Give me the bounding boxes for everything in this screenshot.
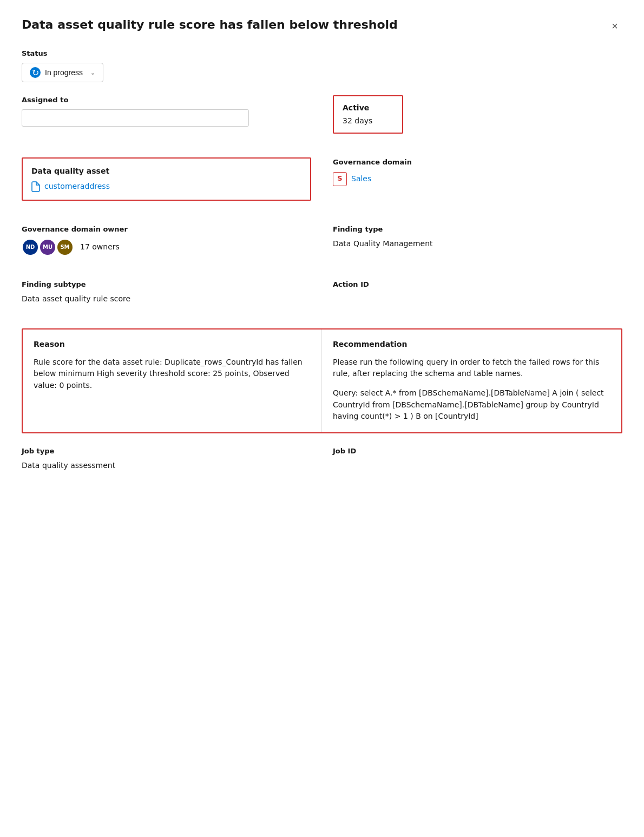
gov-owner-label: Governance domain owner [22,225,311,234]
job-type-group: Job type Data quality assessment [22,446,311,471]
avatar-sm: SM [56,239,74,256]
governance-domain-label: Governance domain [333,157,622,167]
dqa-link-text: customeraddress [44,181,110,192]
rec-text-p2: Query: select A.* from [DBSchemaName].[D… [333,387,610,423]
gov-badge: S [333,172,347,186]
dqa-link[interactable]: customeraddress [31,181,301,192]
finding-type-group: Finding type Data Quality Management [333,225,622,256]
gov-domain-value: S Sales [333,172,622,186]
status-refresh-icon: ↻ [30,67,41,78]
close-button[interactable]: × [607,18,622,34]
active-title: Active [343,103,393,114]
status-value: In progress [45,68,83,77]
action-id-group: Action ID [333,280,622,305]
dialog-container: Data asset quality rule score has fallen… [0,0,644,837]
active-box: Active 32 days [333,95,403,134]
reason-col: Reason Rule score for the data asset rul… [23,329,322,432]
avatar-mu: MU [39,239,56,256]
job-id-label: Job ID [333,446,622,456]
file-icon [31,181,40,192]
finding-subtype-group: Finding subtype Data asset quality rule … [22,280,311,305]
dialog-header: Data asset quality rule score has fallen… [22,17,622,34]
assigned-active-row: Assigned to Active 32 days [22,95,622,144]
finding-type-label: Finding type [333,225,622,234]
rec-text-p1: Please run the following query in order … [333,357,610,380]
recommendation-col: Recommendation Please run the following … [322,329,621,432]
finding-subtype-value: Data asset quality rule score [22,294,311,305]
reason-rec-box: Reason Rule score for the data asset rul… [22,328,622,433]
status-section: Status ↻ In progress ⌄ [22,49,622,82]
job-row: Job type Data quality assessment Job ID [22,446,622,482]
active-days: 32 days [343,116,393,127]
reason-label: Reason [34,339,311,350]
gov-domain-link[interactable]: Sales [351,174,371,184]
governance-domain-group: Governance domain S Sales [333,157,622,201]
owners-row: ND MU SM 17 owners [22,239,311,256]
job-type-value: Data quality assessment [22,460,311,471]
data-quality-asset-box: Data quality asset customeraddress [22,157,311,201]
reason-text: Rule score for the data asset rule: Dupl… [34,357,311,392]
job-id-group: Job ID [333,446,622,471]
finding-subtype-label: Finding subtype [22,280,311,289]
action-id-label: Action ID [333,280,622,289]
assigned-to-input[interactable] [22,109,249,127]
status-dropdown[interactable]: ↻ In progress ⌄ [22,63,103,82]
finding-type-value: Data Quality Management [333,239,622,249]
chevron-down-icon: ⌄ [90,69,95,76]
owners-count: 17 owners [80,242,120,253]
rec-label: Recommendation [333,339,610,350]
avatar-nd: ND [22,239,39,256]
subtype-actionid-row: Finding subtype Data asset quality rule … [22,280,622,315]
dialog-title: Data asset quality rule score has fallen… [22,17,398,33]
assigned-to-group: Assigned to [22,95,311,134]
assigned-to-label: Assigned to [22,95,311,105]
job-type-label: Job type [22,446,311,456]
owner-finding-row: Governance domain owner ND MU SM 17 owne… [22,225,622,267]
dqa-gov-row: Data quality asset customeraddress Gover… [22,157,622,212]
rec-text: Please run the following query in order … [333,357,610,423]
dqa-label: Data quality asset [31,166,301,177]
status-label: Status [22,49,622,58]
gov-owner-group: Governance domain owner ND MU SM 17 owne… [22,225,311,256]
active-group: Active 32 days [333,95,622,134]
